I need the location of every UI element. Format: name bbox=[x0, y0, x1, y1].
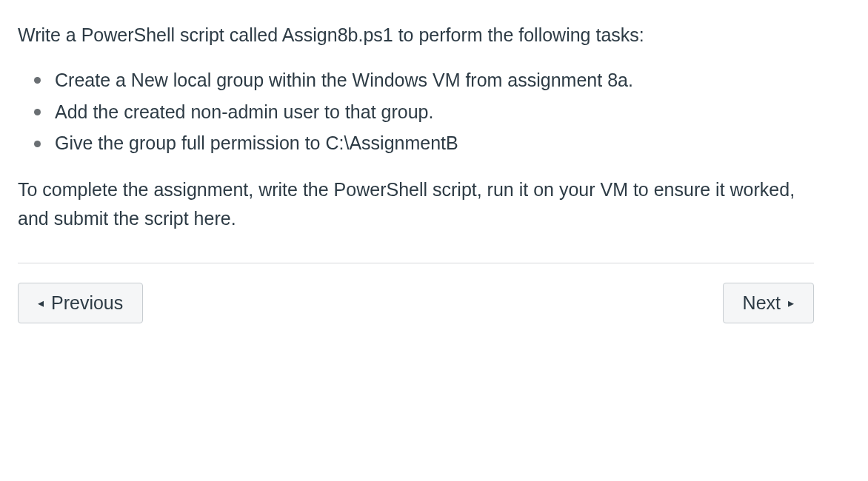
list-item: Create a New local group within the Wind… bbox=[18, 66, 814, 95]
previous-button[interactable]: ◂ Previous bbox=[18, 283, 143, 323]
next-button[interactable]: Next ▸ bbox=[723, 283, 814, 323]
list-item: Add the created non-admin user to that g… bbox=[18, 98, 814, 127]
list-item: Give the group full permission to C:\Ass… bbox=[18, 129, 814, 158]
nav-row: ◂ Previous Next ▸ bbox=[18, 283, 814, 323]
outro-paragraph: To complete the assignment, write the Po… bbox=[18, 175, 814, 233]
divider bbox=[18, 263, 814, 263]
triangle-right-icon: ▸ bbox=[788, 297, 794, 309]
previous-button-label: Previous bbox=[51, 294, 123, 312]
task-list: Create a New local group within the Wind… bbox=[18, 66, 814, 158]
intro-paragraph: Write a PowerShell script called Assign8… bbox=[18, 21, 814, 50]
triangle-left-icon: ◂ bbox=[38, 297, 44, 309]
assignment-content: Write a PowerShell script called Assign8… bbox=[18, 21, 814, 323]
next-button-label: Next bbox=[743, 294, 781, 312]
